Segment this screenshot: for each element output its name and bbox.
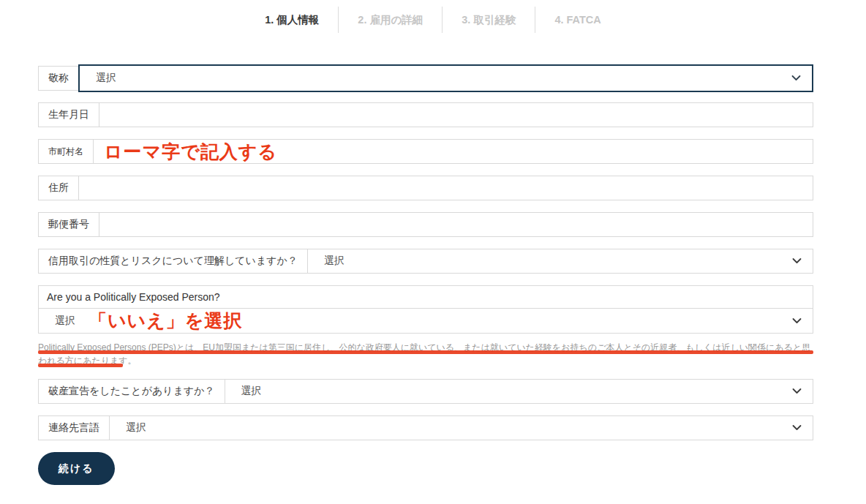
language-label: 連絡先言語 xyxy=(39,416,110,440)
form-row-postal: 郵便番号 xyxy=(38,212,813,237)
step-personal-info: 1. 個人情報 xyxy=(246,13,338,27)
address-label: 住所 xyxy=(39,176,79,200)
margin-understanding-select-value: 選択 xyxy=(308,255,344,268)
chevron-down-icon xyxy=(792,425,802,432)
form-row-city: 市町村名 ローマ字で記入する xyxy=(38,139,813,164)
title-select[interactable]: 選択 xyxy=(78,64,813,92)
form-row-bankruptcy: 破産宣告をしたことがありますか？ 選択 xyxy=(38,379,813,404)
form-row-margin-understanding: 信用取引の性質とリスクについて理解していますか？ 選択 xyxy=(38,249,813,274)
continue-button[interactable]: 続ける xyxy=(38,452,115,485)
title-select-value: 選択 xyxy=(80,72,116,85)
form-row-address: 住所 xyxy=(38,176,813,200)
bankruptcy-select[interactable]: 選択 xyxy=(225,380,813,403)
margin-understanding-label: 信用取引の性質とリスクについて理解していますか？ xyxy=(39,249,308,273)
pep-select[interactable]: 選択 「いいえ」を選択 xyxy=(39,309,813,333)
bankruptcy-label: 破産宣告をしたことがありますか？ xyxy=(39,380,225,403)
pep-select-value: 選択 xyxy=(39,315,75,328)
margin-understanding-select[interactable]: 選択 xyxy=(308,249,813,273)
red-underline-mark xyxy=(38,364,123,367)
bankruptcy-select-value: 選択 xyxy=(225,385,262,398)
chevron-down-icon xyxy=(791,75,801,82)
page-root: 1. 個人情報 2. 雇用の詳細 3. 取引経験 4. FATCA 敬称 選択 … xyxy=(0,6,866,504)
pep-question: Are you a Politically Exposed Person? xyxy=(39,286,813,309)
red-underline-mark xyxy=(38,350,813,354)
city-input[interactable] xyxy=(94,140,813,163)
language-select[interactable]: 選択 xyxy=(110,416,813,440)
chevron-down-icon xyxy=(792,317,802,324)
dob-label: 生年月日 xyxy=(39,103,99,127)
pep-description: Politically Exposed Persons (PEPs)とは、EU加… xyxy=(38,341,813,367)
form-row-title: 敬称 選択 xyxy=(38,64,813,92)
pep-block: Are you a Politically Exposed Person? 選択… xyxy=(38,285,813,334)
step-indicator: 1. 個人情報 2. 雇用の詳細 3. 取引経験 4. FATCA xyxy=(0,6,866,34)
form-row-dob: 生年月日 xyxy=(38,102,813,127)
city-label: 市町村名 xyxy=(39,140,94,163)
personal-info-form: 敬称 選択 生年月日 市町村名 ローマ字で記入する 住所 xyxy=(38,64,813,485)
language-select-value: 選択 xyxy=(110,421,146,435)
form-row-language: 連絡先言語 選択 xyxy=(38,415,813,440)
chevron-down-icon xyxy=(792,388,802,395)
pep-annotation: 「いいえ」を選択 xyxy=(89,312,242,330)
postal-label: 郵便番号 xyxy=(39,213,99,236)
title-label: 敬称 xyxy=(38,66,78,91)
chevron-down-icon xyxy=(792,258,802,265)
dob-input[interactable] xyxy=(99,103,813,127)
postal-input[interactable] xyxy=(99,213,813,236)
step-trading-experience: 3. 取引経験 xyxy=(443,13,535,27)
step-fatca: 4. FATCA xyxy=(535,14,620,26)
address-input[interactable] xyxy=(79,176,813,200)
step-employment-details: 2. 雇用の詳細 xyxy=(339,13,442,27)
pep-description-text: Politically Exposed Persons (PEPs)とは、EU加… xyxy=(38,342,810,366)
